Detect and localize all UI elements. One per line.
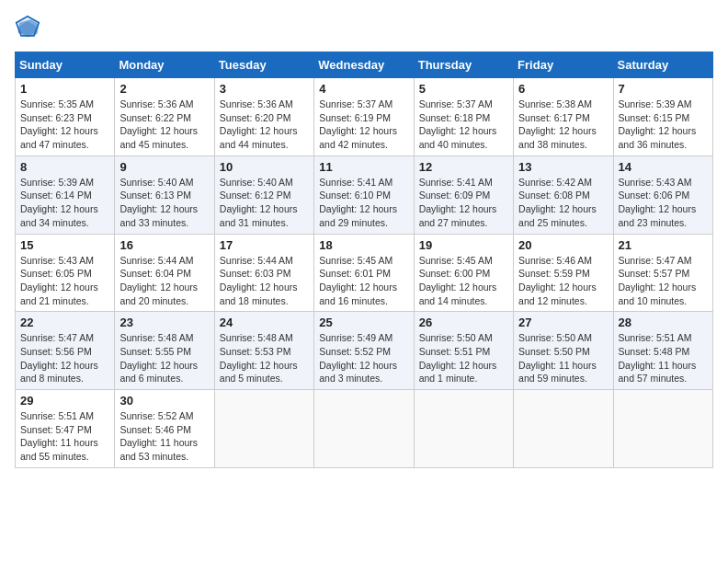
day-info: Sunrise: 5:37 AM Sunset: 6:18 PM Dayligh… [419,98,508,152]
day-info: Sunrise: 5:47 AM Sunset: 5:56 PM Dayligh… [20,331,109,385]
calendar-table: SundayMondayTuesdayWednesdayThursdayFrid… [15,52,713,468]
day-cell-11: 11Sunrise: 5:41 AM Sunset: 6:10 PM Dayli… [314,155,414,234]
day-info: Sunrise: 5:39 AM Sunset: 6:14 PM Dayligh… [20,176,109,230]
day-number: 30 [119,394,209,408]
day-cell-21: 21Sunrise: 5:47 AM Sunset: 5:57 PM Dayli… [613,234,712,312]
week-row-3: 15Sunrise: 5:43 AM Sunset: 6:05 PM Dayli… [16,234,713,312]
day-info: Sunrise: 5:39 AM Sunset: 6:15 PM Dayligh… [619,98,708,152]
day-number: 6 [518,82,608,96]
day-info: Sunrise: 5:49 AM Sunset: 5:52 PM Dayligh… [319,331,408,385]
day-info: Sunrise: 5:45 AM Sunset: 6:01 PM Dayligh… [319,254,408,308]
day-number: 12 [419,160,508,174]
day-cell-13: 13Sunrise: 5:42 AM Sunset: 6:08 PM Dayli… [514,155,613,234]
day-cell-9: 9Sunrise: 5:40 AM Sunset: 6:13 PM Daylig… [115,155,214,234]
day-number: 29 [20,394,109,408]
day-cell-14: 14Sunrise: 5:43 AM Sunset: 6:06 PM Dayli… [613,155,712,234]
day-info: Sunrise: 5:43 AM Sunset: 6:06 PM Dayligh… [619,176,708,230]
day-cell-3: 3Sunrise: 5:36 AM Sunset: 6:20 PM Daylig… [214,78,313,156]
day-info: Sunrise: 5:43 AM Sunset: 6:05 PM Dayligh… [20,254,109,308]
day-number: 15 [20,238,109,252]
week-row-4: 22Sunrise: 5:47 AM Sunset: 5:56 PM Dayli… [16,312,713,390]
day-number: 24 [220,316,309,329]
day-cell-29: 29Sunrise: 5:51 AM Sunset: 5:47 PM Dayli… [16,390,115,468]
day-info: Sunrise: 5:50 AM Sunset: 5:50 PM Dayligh… [518,331,608,385]
logo-icon [15,15,40,40]
col-header-tuesday: Tuesday [214,52,313,78]
week-row-5: 29Sunrise: 5:51 AM Sunset: 5:47 PM Dayli… [16,390,713,468]
day-info: Sunrise: 5:51 AM Sunset: 5:48 PM Dayligh… [619,331,708,385]
day-number: 23 [119,316,209,329]
day-number: 2 [119,82,209,96]
day-info: Sunrise: 5:47 AM Sunset: 5:57 PM Dayligh… [619,254,708,308]
day-number: 22 [20,316,109,329]
day-info: Sunrise: 5:35 AM Sunset: 6:23 PM Dayligh… [20,98,109,152]
day-info: Sunrise: 5:44 AM Sunset: 6:04 PM Dayligh… [119,254,209,308]
day-cell-1: 1Sunrise: 5:35 AM Sunset: 6:23 PM Daylig… [16,78,115,156]
day-cell-6: 6Sunrise: 5:38 AM Sunset: 6:17 PM Daylig… [514,78,613,156]
day-number: 9 [119,160,209,174]
col-header-saturday: Saturday [613,52,712,78]
day-number: 5 [419,82,508,96]
day-cell-28: 28Sunrise: 5:51 AM Sunset: 5:48 PM Dayli… [613,312,712,390]
day-cell-8: 8Sunrise: 5:39 AM Sunset: 6:14 PM Daylig… [16,155,115,234]
day-cell-30: 30Sunrise: 5:52 AM Sunset: 5:46 PM Dayli… [115,390,214,468]
week-row-1: 1Sunrise: 5:35 AM Sunset: 6:23 PM Daylig… [16,78,713,156]
day-cell-27: 27Sunrise: 5:50 AM Sunset: 5:50 PM Dayli… [514,312,613,390]
col-header-monday: Monday [115,52,214,78]
day-number: 8 [20,160,109,174]
day-cell-17: 17Sunrise: 5:44 AM Sunset: 6:03 PM Dayli… [214,234,313,312]
day-cell-7: 7Sunrise: 5:39 AM Sunset: 6:15 PM Daylig… [613,78,712,156]
day-cell-2: 2Sunrise: 5:36 AM Sunset: 6:22 PM Daylig… [115,78,214,156]
day-number: 28 [619,316,708,329]
empty-cell [514,390,613,468]
calendar-body: 1Sunrise: 5:35 AM Sunset: 6:23 PM Daylig… [16,78,713,468]
day-info: Sunrise: 5:48 AM Sunset: 5:53 PM Dayligh… [220,331,309,385]
day-number: 17 [220,238,309,252]
empty-cell [414,390,513,468]
col-header-wednesday: Wednesday [314,52,414,78]
day-cell-26: 26Sunrise: 5:50 AM Sunset: 5:51 PM Dayli… [414,312,513,390]
day-number: 10 [220,160,309,174]
day-cell-4: 4Sunrise: 5:37 AM Sunset: 6:19 PM Daylig… [314,78,414,156]
day-info: Sunrise: 5:48 AM Sunset: 5:55 PM Dayligh… [119,331,209,385]
day-number: 3 [220,82,309,96]
col-header-sunday: Sunday [16,52,115,78]
day-cell-12: 12Sunrise: 5:41 AM Sunset: 6:09 PM Dayli… [414,155,513,234]
day-info: Sunrise: 5:38 AM Sunset: 6:17 PM Dayligh… [518,98,608,152]
day-cell-24: 24Sunrise: 5:48 AM Sunset: 5:53 PM Dayli… [214,312,313,390]
day-info: Sunrise: 5:36 AM Sunset: 6:20 PM Dayligh… [220,98,309,152]
day-cell-18: 18Sunrise: 5:45 AM Sunset: 6:01 PM Dayli… [314,234,414,312]
empty-cell [214,390,313,468]
day-info: Sunrise: 5:42 AM Sunset: 6:08 PM Dayligh… [518,176,608,230]
logo [15,15,44,40]
day-cell-25: 25Sunrise: 5:49 AM Sunset: 5:52 PM Dayli… [314,312,414,390]
day-number: 21 [619,238,708,252]
day-info: Sunrise: 5:50 AM Sunset: 5:51 PM Dayligh… [419,331,508,385]
week-row-2: 8Sunrise: 5:39 AM Sunset: 6:14 PM Daylig… [16,155,713,234]
col-header-friday: Friday [514,52,613,78]
day-info: Sunrise: 5:37 AM Sunset: 6:19 PM Dayligh… [319,98,408,152]
day-info: Sunrise: 5:45 AM Sunset: 6:00 PM Dayligh… [419,254,508,308]
day-number: 20 [518,238,608,252]
day-cell-20: 20Sunrise: 5:46 AM Sunset: 5:59 PM Dayli… [514,234,613,312]
day-cell-16: 16Sunrise: 5:44 AM Sunset: 6:04 PM Dayli… [115,234,214,312]
empty-cell [613,390,712,468]
day-number: 4 [319,82,408,96]
day-info: Sunrise: 5:44 AM Sunset: 6:03 PM Dayligh… [220,254,309,308]
day-info: Sunrise: 5:51 AM Sunset: 5:47 PM Dayligh… [20,409,109,464]
calendar-header-row: SundayMondayTuesdayWednesdayThursdayFrid… [16,52,713,78]
day-number: 7 [619,82,708,96]
day-number: 27 [518,316,608,329]
day-cell-10: 10Sunrise: 5:40 AM Sunset: 6:12 PM Dayli… [214,155,313,234]
day-cell-19: 19Sunrise: 5:45 AM Sunset: 6:00 PM Dayli… [414,234,513,312]
day-number: 19 [419,238,508,252]
day-number: 11 [319,160,408,174]
day-number: 18 [319,238,408,252]
day-cell-15: 15Sunrise: 5:43 AM Sunset: 6:05 PM Dayli… [16,234,115,312]
day-info: Sunrise: 5:36 AM Sunset: 6:22 PM Dayligh… [119,98,209,152]
day-cell-5: 5Sunrise: 5:37 AM Sunset: 6:18 PM Daylig… [414,78,513,156]
col-header-thursday: Thursday [414,52,513,78]
day-info: Sunrise: 5:40 AM Sunset: 6:12 PM Dayligh… [220,176,309,230]
day-number: 14 [619,160,708,174]
day-cell-22: 22Sunrise: 5:47 AM Sunset: 5:56 PM Dayli… [16,312,115,390]
